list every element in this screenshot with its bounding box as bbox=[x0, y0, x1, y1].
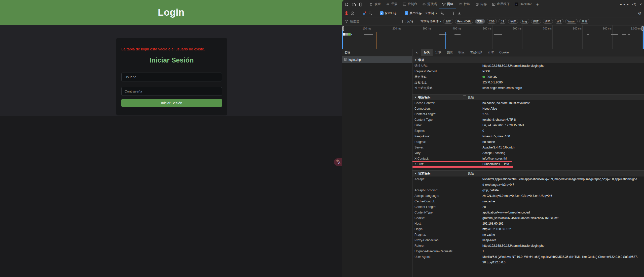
chevron-down-icon: ▼ bbox=[435, 12, 437, 14]
request-bar bbox=[364, 34, 373, 35]
search-icon[interactable] bbox=[368, 11, 372, 15]
divider bbox=[401, 11, 401, 15]
hackbar-icon: H bbox=[515, 3, 518, 6]
request-type-chips: 全部 Fetch/XHR 文档 CSS JS 字体 Img 媒体 清单 bbox=[443, 19, 589, 24]
inspect-element-icon[interactable] bbox=[345, 3, 349, 7]
username-input[interactable] bbox=[121, 73, 222, 81]
tab-console[interactable]: 控制台 bbox=[400, 0, 420, 9]
request-row-selected[interactable]: login.php bbox=[342, 56, 412, 63]
requests-column: 名称 login.php bbox=[342, 49, 412, 277]
header-row: Accept-Language: zh-CN,zh;q=0.9,en;q=0.8… bbox=[412, 193, 644, 199]
detail-tab[interactable]: Cookie bbox=[497, 49, 511, 56]
header-value: 28 bbox=[482, 204, 486, 210]
header-row: 引用站点策略: strict-origin-when-cross-origin bbox=[412, 85, 644, 91]
filter-chip[interactable]: 字体 bbox=[508, 19, 518, 24]
tab-application[interactable]: 应用程序 bbox=[489, 0, 512, 9]
gridline bbox=[492, 25, 493, 49]
requests-name-header[interactable]: 名称 bbox=[342, 49, 412, 56]
header-name: Server: bbox=[414, 145, 482, 150]
header-value: application/x-www-form-urlencoded bbox=[482, 210, 530, 215]
detail-tab[interactable]: 标头 bbox=[421, 49, 433, 56]
header-value: Subdominios.... info bbox=[482, 161, 509, 167]
detail-tab[interactable]: 计时 bbox=[485, 49, 497, 56]
filter-chip[interactable]: 清单 bbox=[543, 19, 553, 24]
tab-welcome[interactable]: 欢迎 bbox=[367, 0, 383, 9]
detail-tab[interactable]: 响应 bbox=[456, 49, 467, 56]
focus-panel-icon[interactable] bbox=[359, 3, 362, 7]
throttling-dropdown[interactable]: 无限制 ▼ bbox=[425, 11, 437, 15]
detail-tab[interactable]: 预览 bbox=[444, 49, 456, 56]
more-filters-dropdown[interactable]: 增加筛选条件 ▾ bbox=[421, 19, 441, 23]
more-tabs-icon[interactable]: + bbox=[534, 2, 541, 7]
invert-filter-checkbox[interactable]: 反转 bbox=[402, 19, 413, 23]
section-general-header[interactable]: ▼ 常规 bbox=[412, 57, 644, 63]
filter-chip[interactable]: JS bbox=[499, 19, 506, 24]
header-value: Fri, 24 Jan 2025 12:29:15 GMT bbox=[482, 122, 524, 128]
header-row: Host: 192.168.60.162 bbox=[412, 221, 644, 226]
tab-network[interactable]: 网络 bbox=[439, 0, 456, 9]
filter-chip[interactable]: 文档 bbox=[475, 19, 485, 24]
network-overview-timeline[interactable]: 100 ms200 ms300 ms400 ms500 ms600 ms700 … bbox=[342, 25, 644, 49]
export-har-icon[interactable] bbox=[458, 11, 461, 15]
record-network-log-button[interactable] bbox=[345, 11, 348, 15]
header-row: Expires: 0 bbox=[412, 128, 644, 134]
filter-chip[interactable]: Fetch/XHR bbox=[455, 19, 473, 24]
password-input[interactable] bbox=[121, 87, 222, 96]
request-details-pane: × 标头 负载 预览 响应 发起程序 bbox=[412, 49, 644, 277]
tab-label: 欢迎 bbox=[374, 2, 381, 6]
selection-right-grip[interactable] bbox=[641, 26, 643, 31]
header-name: 请求 URL: bbox=[414, 63, 482, 69]
tab-performance[interactable]: 性能 bbox=[456, 0, 473, 9]
gridline bbox=[612, 25, 613, 49]
header-value: http://192.168.60.162/administracion/log… bbox=[482, 243, 544, 249]
filter-chip[interactable]: 媒体 bbox=[531, 19, 541, 24]
device-toolbar-icon[interactable] bbox=[352, 3, 356, 7]
network-settings-gear-icon[interactable]: ⚙ bbox=[638, 11, 641, 16]
close-details-icon[interactable]: × bbox=[412, 49, 421, 56]
translate-badge[interactable]: 中 A bbox=[334, 158, 342, 166]
import-har-icon[interactable] bbox=[452, 11, 455, 15]
preserve-log-checkbox[interactable]: ✓ 保留日志 bbox=[380, 11, 397, 15]
header-row: 远程地址: 127.0.0.1:8080 bbox=[412, 80, 644, 85]
raw-response-toggle[interactable]: 原始 bbox=[463, 95, 474, 100]
filter-chip[interactable]: Wasm bbox=[565, 19, 578, 24]
detail-tab[interactable]: 负载 bbox=[433, 49, 444, 56]
filter-toggle-icon[interactable] bbox=[362, 11, 366, 15]
response-rows: Cache-Control: no-cache, no-store, must-… bbox=[412, 100, 644, 167]
login-submit-button[interactable]: Iniciar Sesión bbox=[121, 99, 222, 107]
filter-chip[interactable]: 其他 bbox=[579, 19, 589, 24]
divider bbox=[417, 19, 417, 23]
network-conditions-icon[interactable] bbox=[440, 11, 444, 15]
sources-debug-icon bbox=[422, 2, 426, 6]
section-response-header[interactable]: ▼ 响应标头 原始 bbox=[412, 94, 644, 100]
devtools-menu-icon[interactable]: ● ● ● bbox=[620, 3, 629, 6]
header-row: X-Hint: Subdominios.... info bbox=[412, 161, 644, 167]
raw-request-toggle[interactable]: 原始 bbox=[463, 171, 474, 176]
request-bar bbox=[348, 33, 351, 36]
clear-network-log-icon[interactable] bbox=[351, 11, 354, 15]
translate-icon-letter: A bbox=[338, 161, 340, 165]
disable-cache-checkbox[interactable]: ✓ 禁用缓存 bbox=[405, 11, 422, 15]
help-icon[interactable]: ? bbox=[632, 3, 636, 6]
network-wifi-icon bbox=[442, 2, 446, 6]
filter-chip[interactable]: Img bbox=[520, 19, 529, 24]
tab-memory[interactable]: 内存 bbox=[473, 0, 489, 9]
selection-left-grip[interactable] bbox=[342, 26, 344, 31]
section-request-header[interactable]: ▼ 请求标头 原始 bbox=[412, 170, 644, 176]
tab-hackbar[interactable]: H HackBar bbox=[512, 0, 534, 9]
header-name: Connection: bbox=[414, 106, 482, 111]
tab-elements[interactable]: </> 元素 bbox=[383, 0, 400, 9]
filter-chip[interactable]: WS bbox=[555, 19, 564, 24]
login-error-message: La tabla de login está vacía o el usuari… bbox=[121, 47, 222, 51]
filter-input[interactable] bbox=[350, 20, 393, 23]
headers-detail-body: ▼ 常规 请求 URL: http://192.168.60.162/admin… bbox=[412, 56, 644, 277]
filter-chip[interactable]: 全部 bbox=[443, 19, 453, 24]
detail-tab[interactable]: 发起程序 bbox=[467, 49, 485, 56]
filter-chip[interactable]: CSS bbox=[487, 19, 497, 24]
header-name: Content-Length: bbox=[414, 111, 482, 117]
devtools-close-icon[interactable]: × bbox=[639, 2, 642, 7]
header-row: Proxy-Connection: keep-alive bbox=[412, 237, 644, 243]
selection-left-edge[interactable] bbox=[342, 30, 343, 49]
tab-sources[interactable]: 源代码 bbox=[420, 0, 440, 9]
divider bbox=[448, 11, 448, 15]
